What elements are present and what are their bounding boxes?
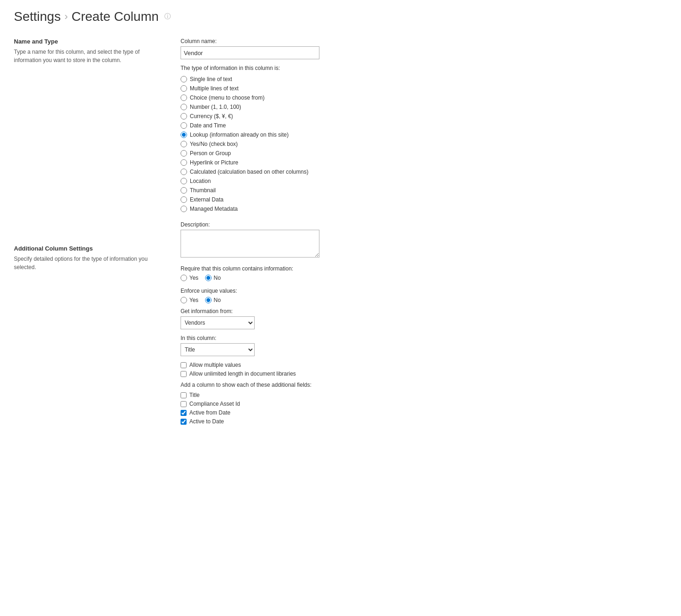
af-active-to-checkbox[interactable] (181, 419, 187, 425)
type-person-radio[interactable] (181, 150, 187, 157)
af-title-row[interactable]: Title (181, 392, 667, 398)
type-currency[interactable]: Currency ($, ¥, €) (181, 113, 667, 119)
breadcrumb-settings: Settings (14, 9, 61, 24)
left-panel: Name and Type Type a name for this colum… (14, 38, 171, 427)
type-datetime[interactable]: Date and Time (181, 122, 667, 129)
type-multi-line[interactable]: Multiple lines of text (181, 85, 667, 92)
require-no-radio[interactable] (205, 275, 212, 281)
require-yes-item[interactable]: Yes (181, 275, 199, 281)
column-name-input[interactable] (181, 46, 319, 59)
allow-unlimited-row[interactable]: Allow unlimited length in document libra… (181, 371, 667, 377)
type-managed-radio[interactable] (181, 206, 187, 212)
type-location-label: Location (190, 178, 211, 184)
type-person[interactable]: Person or Group (181, 150, 667, 157)
enforce-yes-radio[interactable] (181, 297, 187, 303)
type-external-label: External Data (190, 196, 224, 203)
type-person-label: Person or Group (190, 150, 231, 157)
type-yesno[interactable]: Yes/No (check box) (181, 141, 667, 147)
additional-column-desc: Specify detailed options for the type of… (14, 255, 162, 271)
in-column-select[interactable]: Title (181, 343, 255, 356)
right-panel: Column name: The type of information in … (171, 38, 667, 427)
type-number-label: Number (1, 1.0, 100) (190, 104, 241, 110)
get-info-label: Get information from: (181, 308, 667, 314)
enforce-row: Enforce unique values: Yes No (181, 288, 667, 303)
type-calculated-radio[interactable] (181, 169, 187, 175)
name-and-type-section: Name and Type Type a name for this colum… (14, 38, 162, 64)
type-managed[interactable]: Managed Metadata (181, 206, 667, 212)
type-currency-radio[interactable] (181, 113, 187, 119)
name-and-type-title: Name and Type (14, 38, 162, 45)
enforce-yes-item[interactable]: Yes (181, 297, 199, 303)
af-active-from-checkbox[interactable] (181, 410, 187, 416)
type-choice-radio[interactable] (181, 94, 187, 101)
allow-multiple-checkbox[interactable] (181, 362, 187, 368)
main-layout: Name and Type Type a name for this colum… (14, 38, 667, 427)
af-active-from-label: Active from Date (189, 409, 231, 416)
info-icon[interactable]: ⓘ (164, 13, 171, 21)
type-calculated[interactable]: Calculated (calculation based on other c… (181, 169, 667, 175)
require-radio-group: Yes No (181, 275, 667, 281)
type-single-line[interactable]: Single line of text (181, 76, 667, 82)
page-title: Settings › Create Column ⓘ (14, 9, 667, 24)
require-no-item[interactable]: No (205, 275, 221, 281)
type-external[interactable]: External Data (181, 196, 667, 203)
name-and-type-desc: Type a name for this column, and select … (14, 48, 162, 64)
allow-multiple-label: Allow multiple values (189, 362, 241, 368)
type-choice[interactable]: Choice (menu to choose from) (181, 94, 667, 101)
af-compliance-row[interactable]: Compliance Asset Id (181, 401, 667, 407)
left-spacer (14, 64, 162, 240)
breadcrumb-create-column: Create Column (72, 9, 159, 24)
enforce-yes-label: Yes (189, 297, 199, 303)
column-name-label: Column name: (181, 38, 667, 44)
allow-unlimited-checkbox[interactable] (181, 371, 187, 377)
get-info-select[interactable]: Vendors (181, 316, 255, 329)
column-name-row: Column name: (181, 38, 667, 59)
type-yesno-radio[interactable] (181, 141, 187, 147)
type-number[interactable]: Number (1, 1.0, 100) (181, 104, 667, 110)
af-active-from-row[interactable]: Active from Date (181, 409, 667, 416)
type-lookup-radio[interactable] (181, 132, 187, 138)
type-datetime-label: Date and Time (190, 122, 226, 129)
get-info-row: Get information from: Vendors (181, 308, 667, 329)
enforce-label: Enforce unique values: (181, 288, 667, 294)
af-active-to-label: Active to Date (189, 418, 224, 425)
type-managed-label: Managed Metadata (190, 206, 237, 212)
type-selection-label: The type of information in this column i… (181, 65, 667, 71)
type-location[interactable]: Location (181, 178, 667, 184)
description-textarea[interactable] (181, 230, 319, 258)
enforce-no-item[interactable]: No (205, 297, 221, 303)
type-thumbnail-radio[interactable] (181, 187, 187, 194)
type-datetime-radio[interactable] (181, 122, 187, 129)
af-active-to-row[interactable]: Active to Date (181, 418, 667, 425)
af-compliance-checkbox[interactable] (181, 401, 187, 407)
type-number-radio[interactable] (181, 104, 187, 110)
type-external-radio[interactable] (181, 196, 187, 203)
af-title-label: Title (189, 392, 200, 398)
type-hyperlink-label: Hyperlink or Picture (190, 159, 238, 166)
require-no-label: No (214, 275, 221, 281)
description-label: Description: (181, 221, 667, 228)
type-thumbnail[interactable]: Thumbnail (181, 187, 667, 194)
description-row: Description: (181, 221, 667, 259)
enforce-no-label: No (214, 297, 221, 303)
additional-column-title: Additional Column Settings (14, 245, 162, 252)
type-hyperlink[interactable]: Hyperlink or Picture (181, 159, 667, 166)
allow-multiple-row[interactable]: Allow multiple values (181, 362, 667, 368)
require-yes-label: Yes (189, 275, 199, 281)
type-single-line-radio[interactable] (181, 76, 187, 82)
type-lookup[interactable]: Lookup (information already on this site… (181, 132, 667, 138)
type-location-radio[interactable] (181, 178, 187, 184)
breadcrumb-separator: › (64, 11, 68, 23)
type-hyperlink-radio[interactable] (181, 159, 187, 166)
allow-unlimited-label: Allow unlimited length in document libra… (189, 371, 296, 377)
require-row: Require that this column contains inform… (181, 265, 667, 281)
enforce-no-radio[interactable] (205, 297, 212, 303)
af-title-checkbox[interactable] (181, 392, 187, 398)
type-currency-label: Currency ($, ¥, €) (190, 113, 233, 119)
type-lookup-label: Lookup (information already on this site… (190, 132, 288, 138)
in-column-row: In this column: Title (181, 335, 667, 356)
type-multi-line-radio[interactable] (181, 85, 187, 92)
require-yes-radio[interactable] (181, 275, 187, 281)
af-compliance-label: Compliance Asset Id (189, 401, 240, 407)
enforce-radio-group: Yes No (181, 297, 667, 303)
